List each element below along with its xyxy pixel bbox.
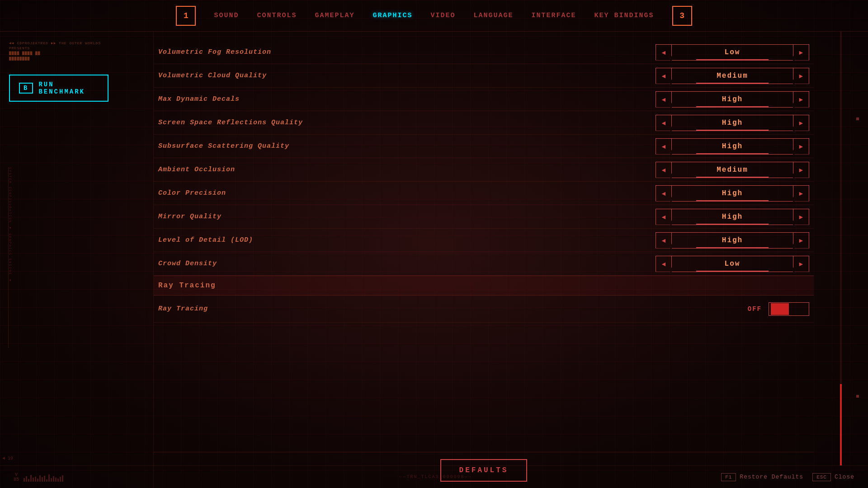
arrow-right-volumetric-fog[interactable]: ► [793, 44, 809, 61]
setting-control-screen-space-reflections: ◄ High ► [656, 115, 809, 131]
arrow-right-screen-space-reflections[interactable]: ► [793, 115, 809, 131]
nav-item-graphics[interactable]: GRAPHICS [373, 12, 412, 19]
arrow-left-crowd-density[interactable]: ◄ [656, 256, 672, 272]
ray-tracing-off-label: OFF [748, 305, 762, 313]
setting-row-subsurface-scattering: Subsurface Scattering Quality ◄ High ► [154, 135, 814, 158]
setting-label-level-of-detail: Level of Detail (LOD) [158, 236, 656, 244]
setting-value-screen-space-reflections: High [672, 115, 793, 131]
logo-area: ◄◄ CDPROJEKTRED ►► THE OUTER WORLDS PRES… [9, 41, 144, 61]
ray-tracing-toggle-control: OFF [748, 302, 809, 316]
close-label: Close [835, 474, 854, 480]
setting-control-level-of-detail: ◄ High ► [656, 232, 809, 249]
setting-value-max-dynamic-decals: High [672, 91, 793, 108]
arrow-left-color-precision[interactable]: ◄ [656, 185, 672, 202]
setting-row-screen-space-reflections: Screen Space Reflections Quality ◄ High … [154, 111, 814, 135]
setting-row-level-of-detail: Level of Detail (LOD) ◄ High ► [154, 229, 814, 252]
setting-label-color-precision: Color Precision [158, 189, 656, 197]
setting-label-ambient-occlusion: Ambient Occlusion [158, 166, 656, 174]
setting-value-color-precision: High [672, 185, 793, 202]
setting-label-volumetric-fog: Volumetric Fog Resolution [158, 48, 656, 56]
version-number: 85 [14, 477, 19, 482]
setting-value-level-of-detail: High [672, 232, 793, 249]
nav-item-video[interactable]: VIDEO [430, 12, 455, 19]
setting-row-ray-tracing: Ray Tracing OFF [154, 296, 814, 323]
nav-item-key-bindings[interactable]: KEY BINDINGS [594, 12, 654, 19]
setting-row-color-precision: Color Precision ◄ High ► [154, 182, 814, 205]
setting-control-mirror-quality: ◄ High ► [656, 209, 809, 225]
arrow-right-max-dynamic-decals[interactable]: ► [793, 91, 809, 108]
close-action[interactable]: ESC Close [812, 473, 854, 481]
restore-defaults-action[interactable]: F1 Restore Defaults [721, 473, 803, 481]
benchmark-key: B [19, 83, 33, 94]
arrow-left-screen-space-reflections[interactable]: ◄ [656, 115, 672, 131]
ray-tracing-toggle[interactable] [769, 302, 809, 316]
arrow-left-mirror-quality[interactable]: ◄ [656, 209, 672, 225]
nav-bar: 1 SOUND CONTROLS GAMEPLAY GRAPHICS VIDEO… [0, 0, 868, 32]
setting-control-volumetric-fog: ◄ Low ► [656, 44, 809, 61]
setting-value-subsurface-scattering: High [672, 138, 793, 155]
setting-control-crowd-density: ◄ Low ► [656, 256, 809, 272]
nav-item-language[interactable]: LANGUAGE [474, 12, 514, 19]
setting-label-screen-space-reflections: Screen Space Reflections Quality [158, 119, 656, 127]
setting-row-ambient-occlusion: Ambient Occlusion ◄ Medium ► [154, 158, 814, 182]
setting-label-max-dynamic-decals: Max Dynamic Decals [158, 95, 656, 103]
bottom-left-decoration: ◄ 19 [2, 456, 13, 461]
version-v-label: V [15, 472, 18, 477]
arrow-left-level-of-detail[interactable]: ◄ [656, 232, 672, 249]
sidebar: ◄◄ CDPROJEKTRED ►► THE OUTER WORLDS PRES… [0, 32, 154, 488]
setting-control-subsurface-scattering: ◄ High ► [656, 138, 809, 155]
restore-key: F1 [721, 473, 736, 481]
arrow-right-crowd-density[interactable]: ► [793, 256, 809, 272]
scrollbar-thumb[interactable] [840, 384, 842, 465]
arrow-right-ambient-occlusion[interactable]: ► [793, 162, 809, 178]
corner-decoration-bottom [856, 395, 859, 398]
arrow-right-mirror-quality[interactable]: ► [793, 209, 809, 225]
main-content: Volumetric Fog Resolution ◄ Low ► Volume… [154, 32, 814, 488]
setting-value-mirror-quality: High [672, 209, 793, 225]
ray-tracing-toggle-thumb [771, 303, 789, 315]
setting-control-ambient-occlusion: ◄ Medium ► [656, 162, 809, 178]
arrow-right-subsurface-scattering[interactable]: ► [793, 138, 809, 155]
benchmark-label: RUN BENCHMARK [38, 81, 99, 95]
logo-text: ◄◄ CDPROJEKTRED ►► THE OUTER WORLDS PRES… [9, 41, 144, 61]
scrollbar-track [840, 32, 842, 465]
nav-item-sound[interactable]: SOUND [214, 12, 239, 19]
setting-value-ambient-occlusion: Medium [672, 162, 793, 178]
arrow-left-subsurface-scattering[interactable]: ◄ [656, 138, 672, 155]
setting-row-max-dynamic-decals: Max Dynamic Decals ◄ High ► [154, 88, 814, 111]
setting-control-volumetric-cloud: ◄ Medium ► [656, 68, 809, 84]
footer-center-text: ←— TRN_TLCAS_000098 —→ [150, 474, 721, 479]
arrow-right-level-of-detail[interactable]: ► [793, 232, 809, 249]
nav-item-gameplay[interactable]: GAMEPLAY [315, 12, 354, 19]
nav-bracket-right: 3 [672, 6, 692, 26]
setting-label-ray-tracing: Ray Tracing [158, 305, 748, 313]
setting-row-volumetric-cloud: Volumetric Cloud Quality ◄ Medium ► [154, 64, 814, 88]
arrow-left-ambient-occlusion[interactable]: ◄ [656, 162, 672, 178]
arrow-left-volumetric-fog[interactable]: ◄ [656, 44, 672, 61]
setting-label-mirror-quality: Mirror Quality [158, 213, 656, 221]
setting-value-crowd-density: Low [672, 256, 793, 272]
arrow-left-volumetric-cloud[interactable]: ◄ [656, 68, 672, 84]
footer-bar-graph [24, 473, 150, 482]
setting-label-volumetric-cloud: Volumetric Cloud Quality [158, 72, 656, 80]
setting-value-volumetric-fog: Low [672, 44, 793, 61]
arrow-right-volumetric-cloud[interactable]: ► [793, 68, 809, 84]
arrow-right-color-precision[interactable]: ► [793, 185, 809, 202]
corner-decoration-top [856, 117, 859, 120]
setting-row-crowd-density: Crowd Density ◄ Low ► [154, 252, 814, 276]
setting-label-crowd-density: Crowd Density [158, 260, 656, 267]
footer-right: F1 Restore Defaults ESC Close [721, 473, 854, 481]
nav-item-controls[interactable]: CONTROLS [257, 12, 297, 19]
setting-control-color-precision: ◄ High ► [656, 185, 809, 202]
setting-value-volumetric-cloud: Medium [672, 68, 793, 84]
setting-label-subsurface-scattering: Subsurface Scattering Quality [158, 142, 656, 150]
restore-label: Restore Defaults [740, 474, 803, 480]
setting-control-max-dynamic-decals: ◄ High ► [656, 91, 809, 108]
run-benchmark-button[interactable]: B RUN BENCHMARK [9, 75, 108, 102]
nav-item-interface[interactable]: INTERFACE [532, 12, 576, 19]
arrow-left-max-dynamic-decals[interactable]: ◄ [656, 91, 672, 108]
footer: V 85 ←— TRN_TLCAS_000098 —→ F1 Restore D… [0, 465, 868, 488]
scrollbar-area [814, 32, 868, 465]
sidebar-decorative: SYSTEM CONFIGURATION ◄ GRAPHICS ENGINE ◄ [8, 167, 12, 348]
setting-row-volumetric-fog: Volumetric Fog Resolution ◄ Low ► [154, 41, 814, 64]
